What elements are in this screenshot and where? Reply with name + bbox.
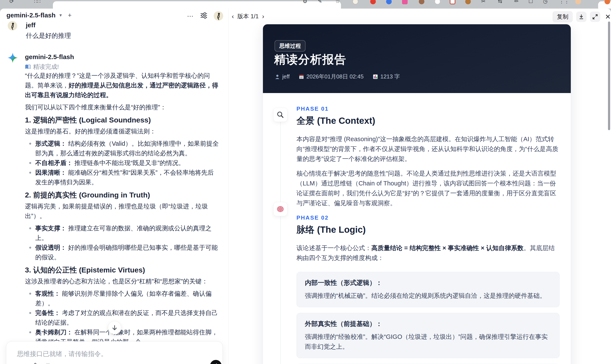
extension-clipboard-icon[interactable]: ☐ — [529, 0, 533, 4]
download-button[interactable] — [576, 12, 586, 22]
extension-icon[interactable] — [465, 0, 471, 4]
extension-puzzle-icon[interactable]: ⚙ — [303, 0, 307, 4]
scrollbar-thumb[interactable] — [608, 22, 610, 130]
expand-button[interactable] — [590, 12, 600, 22]
card-body: 强调推理的“经验校准”。解决“GIGO（垃圾进，垃圾出）”问题，确保推理引擎运行… — [305, 332, 551, 351]
brain-icon — [276, 205, 284, 213]
sparkle-tools-button[interactable] — [32, 363, 39, 364]
section-title: 2. 前提的真实性 (Grounding in Truth) — [25, 190, 219, 200]
browser-profile-avatar[interactable] — [575, 0, 581, 4]
voice-input-button[interactable] — [210, 360, 222, 364]
extension-icon[interactable] — [402, 0, 408, 4]
sparkle-diamonds-icon — [32, 363, 39, 364]
bullet-text: 推理链条中不能出现“既是又非”的情况。 — [74, 159, 185, 166]
close-button[interactable]: ✕ — [605, 13, 611, 21]
settings-sliders-button[interactable] — [200, 12, 208, 20]
extension-icon[interactable] — [370, 0, 376, 4]
account-avatar[interactable] — [214, 11, 223, 21]
extension-icon[interactable] — [353, 0, 358, 4]
extension-scissors-icon[interactable]: ✂ — [481, 0, 485, 4]
prev-version-button[interactable]: ‹ — [232, 13, 234, 20]
bullet-text: 考虑了对立的观点和潜在的反证，而不是只选择支持自己结论的证据。 — [35, 309, 218, 326]
assistant-status-text: 精读完成! — [33, 63, 59, 71]
section-title: 1. 逻辑的严密性 (Logical Soundness) — [25, 115, 219, 125]
formula-pre: 该论述基于一个核心公式： — [296, 245, 371, 251]
model-selector[interactable]: gemini-2.5-flash ▾ + — [6, 12, 72, 19]
meta-word-count: 1213 字 — [372, 73, 400, 80]
phase-2-section: PHASE 02 脉络 (The Logic) 该论述基于一个核心公式：高质量结… — [296, 214, 560, 364]
formula-bold: 高质量结论 = 结构完整性 × 事实准确性 × 认知自律系数 — [371, 245, 523, 251]
extension-icon[interactable] — [450, 0, 455, 4]
phase-2-icon-box — [273, 202, 287, 216]
phase-label: PHASE 02 — [296, 214, 560, 221]
bookmark-icon — [44, 363, 51, 364]
bullet-term: 客观性： — [35, 290, 60, 297]
card-title: 内部一致性（形式逻辑）： — [305, 278, 551, 287]
svg-text:17: 17 — [300, 76, 303, 79]
more-options-button[interactable]: ⋯ — [187, 12, 194, 20]
bullet-term: 因果清晰： — [35, 169, 66, 176]
extension-clock-icon[interactable]: ◷ — [543, 0, 548, 4]
list-item: 不自相矛盾： 推理链条中不能出现“既是又非”的情况。 — [25, 158, 219, 168]
report-hero: 思维过程 精读分析报告 jeff 17 2026年01月08 — [263, 24, 571, 93]
gemini-logo-icon — [7, 52, 18, 64]
extension-pen-nib-icon[interactable]: ✏ — [514, 0, 518, 4]
list-item: 完备性： 考虑了对立的观点和潜在的反证，而不是只选择支持自己结论的证据。 — [25, 308, 219, 327]
bullet-term: 形式逻辑： — [35, 140, 66, 147]
open-book-icon — [25, 64, 31, 69]
reload-icon[interactable]: ⟳ — [10, 0, 14, 4]
avatar-figure-icon — [215, 12, 222, 20]
apps-grid-icon[interactable]: ∷∷ — [34, 0, 41, 4]
calendar-icon: 17 — [299, 74, 304, 79]
section-lead: 这是推理的基石。好的推理必须遵循逻辑法则： — [25, 127, 219, 136]
user-icon — [275, 74, 280, 79]
list-item: 因果清晰： 能准确区分“相关性”和“因果关系”，不会轻率地将先后发生的事情归为因… — [25, 168, 219, 187]
meta-word-count-text: 1213 字 — [380, 73, 400, 80]
next-version-button[interactable]: › — [262, 13, 264, 20]
report-meta: jeff 17 2026年01月08日 02:45 — [275, 73, 400, 80]
bookmark-button[interactable] — [44, 363, 51, 364]
screen: ⟳ ∷∷ ⚙ ✎ ☆ ✂ ⇆ ✏ ☐ ◷ ⋮⋮ gemini-2.5-flash… — [0, 0, 611, 364]
meta-author: jeff — [275, 73, 290, 80]
extension-split-icon[interactable]: ⇆ — [498, 0, 502, 4]
bullet-term: 不自相矛盾： — [35, 159, 73, 166]
assistant-status: 精读完成! — [25, 63, 59, 71]
extension-icon[interactable] — [386, 0, 392, 4]
section-lead: 逻辑再完美，如果前提是错误的，推理也是垃圾（即“垃圾进，垃圾出”）。 — [25, 202, 219, 221]
extension-menu-dots-icon[interactable]: ⋮⋮ — [559, 0, 569, 4]
scroll-to-bottom-button[interactable] — [108, 321, 121, 334]
report-body: PHASE 01 全景 (The Context) 本内容是对“推理 (Reas… — [296, 105, 560, 364]
assistant-message-body: “什么是好的推理？”这是一个涉及逻辑学、认知科学和哲学核心的问题。简单来说，好的… — [25, 71, 219, 364]
thinking-process-badge: 思维过程 — [275, 40, 306, 52]
bullet-text: 能够识别并尽量排除个人偏见（如幸存者偏差、确认偏差）。 — [35, 290, 212, 307]
avatar-figure-icon — [9, 22, 16, 30]
app-window: gemini-2.5-flash ▾ + ⋯ — [0, 9, 611, 364]
artifact-actions: 复制 ✕ — [553, 11, 611, 22]
paragraph: “什么是好的推理？”这是一个涉及逻辑学、认知科学和哲学核心的问题。简单来说，好的… — [25, 71, 219, 100]
extension-icon[interactable] — [435, 0, 440, 4]
report-title: 精读分析报告 — [274, 52, 346, 67]
copy-button[interactable]: 复制 — [553, 11, 573, 22]
browser-address-bar[interactable] — [53, 1, 341, 9]
section-lead: 这涉及推理者的心态和方法论，也是区分“杠精”和“思想家”的关键： — [25, 276, 219, 286]
extension-pen-icon[interactable]: ✎ — [318, 0, 322, 4]
dimension-card: 外部真实性（前提基础）： 强调推理的“经验校准”。解决“GIGO（垃圾进，垃圾出… — [296, 313, 560, 358]
card-title: 外部真实性（前提基础）： — [305, 320, 551, 328]
meta-date: 17 2026年01月08日 02:45 — [299, 73, 364, 80]
bullet-list: 形式逻辑： 结构必须有效（Valid）。比如演绎推理中，如果前提全部为真，那么通… — [25, 139, 219, 187]
bookmark-star-icon[interactable]: ☆ — [335, 0, 340, 4]
list-item: 假设透明： 好的推理会明确指明哪些是已知事实，哪些是基于可能的假设。 — [25, 243, 219, 262]
bullet-term: 事实支撑： — [35, 225, 66, 232]
bullet-term: 奥卡姆剃刀： — [35, 329, 73, 336]
phase-paragraph: 核心情境在于解决“思考的随意性”问题。不论是人类通过批判性思维进行决策，还是大语… — [296, 169, 560, 208]
new-chat-button[interactable]: + — [68, 12, 72, 19]
composer-input[interactable]: 思维接口已就绪，请传输指令。 — [17, 350, 107, 358]
phase-1-icon-box — [273, 108, 287, 122]
down-arrow-icon — [111, 324, 118, 331]
extension-icon[interactable] — [419, 0, 425, 4]
bullet-term: 假设透明： — [35, 244, 66, 251]
composer: 思维接口已就绪，请传输指令。 + — [6, 341, 223, 364]
magnifier-icon — [277, 111, 284, 119]
user-avatar — [8, 21, 17, 30]
chat-panel: gemini-2.5-flash ▾ + ⋯ — [0, 9, 228, 364]
